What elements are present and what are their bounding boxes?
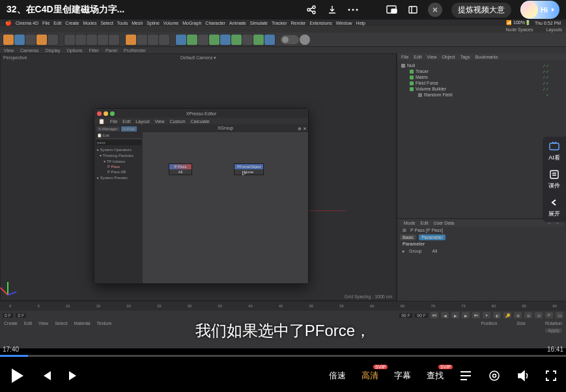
- svg-rect-9: [550, 143, 559, 150]
- viewport-label: Perspective: [3, 55, 27, 60]
- tool-icon[interactable]: [25, 35, 36, 45]
- xpresso-search[interactable]: [96, 140, 141, 145]
- window-max-icon[interactable]: [110, 111, 115, 116]
- tool-icon[interactable]: [187, 35, 197, 45]
- tool-icon[interactable]: [300, 35, 310, 45]
- viewport-menu: View Cameras Display Options Filter Pane…: [0, 47, 566, 53]
- settings-icon[interactable]: [488, 369, 501, 382]
- svg-point-3: [348, 9, 350, 11]
- speed-button[interactable]: 倍速: [329, 370, 346, 382]
- camera-label: Default Camera ▾: [180, 55, 216, 61]
- volume-icon[interactable]: [516, 369, 530, 382]
- tool-icon[interactable]: [126, 35, 136, 45]
- cursor-icon: ▷: [242, 170, 246, 176]
- svg-point-2: [313, 11, 315, 14]
- obj-tracer[interactable]: Tracer✓✓: [401, 68, 562, 74]
- playlist-icon[interactable]: [459, 371, 472, 381]
- ai-watch-button[interactable]: AI看: [548, 141, 560, 162]
- fullscreen-icon[interactable]: [545, 370, 557, 382]
- tool-icon[interactable]: [159, 35, 169, 45]
- tool-icon[interactable]: [148, 35, 158, 45]
- tool-icon[interactable]: [137, 35, 147, 45]
- toggle[interactable]: [281, 35, 299, 44]
- tool-icon[interactable]: [176, 35, 186, 45]
- tool-icon[interactable]: [220, 35, 231, 45]
- xpresso-canvas[interactable]: XGroup ⊕✕ P Pass All PForceObject None ▷: [143, 124, 308, 283]
- c4d-toolbar: [0, 33, 566, 47]
- object-manager[interactable]: Null✓✓ Tracer✓✓ Matrix✓✓ Field Force✓✓ V…: [397, 60, 566, 138]
- subtitle-text: 我们如果选中了PForce，: [0, 320, 566, 341]
- tool-icon[interactable]: [264, 35, 275, 45]
- next-button[interactable]: [68, 370, 79, 382]
- quality-button[interactable]: 高清SVIP: [361, 370, 378, 382]
- c4d-subheader: Node Spaces Layouts: [0, 26, 566, 33]
- tool-icon[interactable]: [242, 35, 253, 45]
- xpresso-title: XPresso Editor: [186, 111, 217, 116]
- tool-icon[interactable]: [109, 35, 119, 45]
- axis-gizmo: [7, 275, 27, 295]
- caption-button[interactable]: 字幕: [394, 370, 411, 382]
- tool-icon[interactable]: [3, 35, 14, 45]
- svg-point-12: [493, 374, 496, 378]
- svg-point-1: [313, 6, 315, 8]
- tool-icon[interactable]: [36, 35, 47, 45]
- svg-point-5: [356, 9, 358, 11]
- more-icon[interactable]: [347, 4, 359, 16]
- progress-bar[interactable]: [0, 355, 566, 357]
- user-avatar[interactable]: Hi: [520, 1, 559, 19]
- wifi-icon: 📶 100%🔋: [506, 20, 531, 25]
- window-icon[interactable]: [407, 4, 419, 16]
- tl-rec-icon[interactable]: ●: [483, 312, 490, 318]
- pip-icon[interactable]: [386, 4, 398, 16]
- tl-last-icon[interactable]: ⏭: [472, 312, 480, 318]
- svg-rect-8: [409, 7, 417, 13]
- tool-icon[interactable]: [253, 35, 264, 45]
- obj-fieldforce[interactable]: Field Force✓✓: [401, 80, 562, 86]
- tl-play-icon[interactable]: ▶: [451, 312, 459, 318]
- svg-point-0: [307, 8, 310, 11]
- svg-rect-10: [550, 171, 558, 178]
- grid-spacing: Grid Spacing : 1000 cm: [345, 294, 392, 299]
- tool-icon[interactable]: [198, 35, 208, 45]
- xpresso-sidebar: X-Manager X-Pool 📋 Edit ▸ System Operato…: [94, 124, 143, 283]
- close-button[interactable]: [428, 3, 442, 17]
- courseware-button[interactable]: 课件: [548, 169, 560, 190]
- summary-button[interactable]: 提炼视频大意: [451, 3, 511, 18]
- svg-point-4: [352, 9, 354, 11]
- share-icon[interactable]: [305, 4, 317, 16]
- prev-button[interactable]: [40, 370, 52, 382]
- tool-icon[interactable]: [98, 35, 108, 45]
- tl-prev-icon[interactable]: ◀: [441, 312, 449, 318]
- expand-button[interactable]: 展开: [548, 197, 560, 218]
- tl-next-icon[interactable]: ▶: [462, 312, 470, 318]
- window-min-icon[interactable]: [104, 111, 108, 116]
- svg-rect-7: [391, 9, 397, 13]
- attribute-manager: Mode Edit User Data ←→ ⊞P Pass [P Pass] …: [397, 218, 566, 301]
- tool-icon[interactable]: [48, 35, 58, 45]
- tool-icon[interactable]: [64, 35, 75, 45]
- node-ppass[interactable]: P Pass All: [169, 163, 192, 175]
- obj-matrix[interactable]: Matrix✓✓: [401, 74, 562, 80]
- xpresso-window[interactable]: XPresso Editor 📋 File Edit Layout View C…: [94, 108, 309, 284]
- obj-null[interactable]: Null✓✓: [401, 63, 562, 68]
- mac-time: Thu 6:52 PM: [535, 21, 561, 25]
- viewport[interactable]: Perspective Default Camera ▾ Grid Spacin…: [0, 53, 397, 301]
- tool-icon[interactable]: [14, 35, 25, 45]
- total-time: 16:41: [547, 346, 563, 353]
- window-close-icon[interactable]: [97, 111, 102, 116]
- obj-volume[interactable]: Volume Builder✓✓: [401, 86, 562, 92]
- node-pforce[interactable]: PForceObject None: [234, 163, 264, 175]
- play-button[interactable]: [9, 367, 25, 384]
- tool-icon[interactable]: [76, 35, 86, 45]
- tl-first-icon[interactable]: ⏮: [431, 312, 438, 318]
- apple-icon[interactable]: 🍎: [5, 20, 12, 26]
- video-title: 32、在C4D里创建磁场力字...: [7, 4, 124, 16]
- timeline-ruler[interactable]: 051015202530354045505560657075808590: [0, 301, 566, 311]
- download-icon[interactable]: [326, 4, 338, 16]
- obj-random[interactable]: Random Field✓: [401, 92, 562, 98]
- lookup-button[interactable]: 查找SVIP: [427, 370, 444, 382]
- tool-icon[interactable]: [209, 35, 219, 45]
- tool-icon[interactable]: [87, 35, 97, 45]
- tool-icon[interactable]: [231, 35, 242, 45]
- mac-menu-bar: 🍎 Cinema 4D File Edit Create Modes Selec…: [0, 20, 566, 26]
